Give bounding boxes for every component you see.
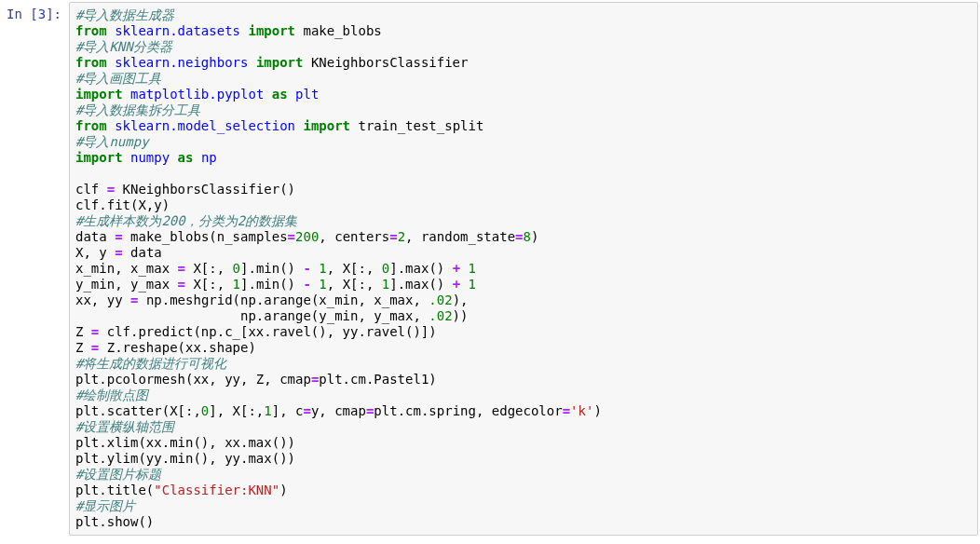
number: 1 xyxy=(382,277,389,292)
code-text: plt.show() xyxy=(75,514,154,529)
string: 'k' xyxy=(570,403,593,418)
code-text: ].max() xyxy=(389,277,452,292)
code-text: Z xyxy=(75,324,91,339)
keyword-import: import xyxy=(248,23,295,38)
code-text: KNeighborsClassifier() xyxy=(115,182,295,197)
number: 8 xyxy=(524,229,531,244)
code-text: np.arange(y_min, y_max, xyxy=(75,308,429,323)
keyword-import: import xyxy=(75,150,123,165)
number: .02 xyxy=(429,292,452,307)
keyword-import: import xyxy=(256,55,304,70)
code-text: x_min, x_max xyxy=(75,261,178,276)
code-text: , X[:, xyxy=(327,261,382,276)
keyword-import: import xyxy=(75,87,123,102)
code-text: clf xyxy=(75,182,107,197)
operator: = xyxy=(563,403,570,418)
operator: + xyxy=(453,261,460,276)
number: 0 xyxy=(382,261,389,276)
operator: = xyxy=(515,229,523,244)
code-cell: In [3]: #导入数据生成器 from sklearn.datasets i… xyxy=(2,2,978,536)
code-text: ].min() xyxy=(240,261,303,276)
code-text: ].min() xyxy=(240,277,303,292)
code-text: plt.title( xyxy=(75,483,154,497)
code-text: X[:, xyxy=(185,261,233,276)
code-text xyxy=(460,261,468,276)
comment: #设置图片标题 xyxy=(75,467,161,482)
code-text: y_min, y_max xyxy=(75,277,178,292)
keyword-from: from xyxy=(75,55,107,70)
operator: = xyxy=(389,229,397,244)
keyword-as: as xyxy=(272,87,288,102)
comment: #设置横纵轴范围 xyxy=(75,419,174,434)
code-text: Z.reshape(xx.shape) xyxy=(99,340,256,355)
code-text: data xyxy=(75,229,115,244)
code-text: Z xyxy=(75,340,91,355)
keyword-from: from xyxy=(75,23,107,38)
alias: np xyxy=(201,150,217,165)
keyword-from: from xyxy=(75,118,107,133)
number: 200 xyxy=(295,229,319,244)
code-text: , X[:, xyxy=(327,277,382,292)
code-text: ), xyxy=(453,292,469,307)
code-text: plt.ylim(yy.min(), yy.max()) xyxy=(75,451,295,466)
code-text: ) xyxy=(531,229,538,244)
code-text: X[:, xyxy=(185,277,233,292)
number: 1 xyxy=(469,277,476,292)
identifier: make_blobs xyxy=(303,23,381,38)
comment: #将生成的数据进行可视化 xyxy=(75,356,226,371)
operator: - xyxy=(303,277,310,292)
number: 2 xyxy=(398,229,405,244)
code-text: plt.pcolormesh(xx, yy, Z, cmap xyxy=(75,372,311,387)
code-text: plt.cm.spring, edgecolor xyxy=(374,403,562,418)
operator: = xyxy=(115,245,122,260)
alias: plt xyxy=(295,87,319,102)
code-text: clf.predict(np.c_[xx.ravel(), yy.ravel()… xyxy=(99,324,436,339)
code-text: , centers xyxy=(319,229,389,244)
comment: #生成样本数为200，分类为2的数据集 xyxy=(75,213,297,228)
code-text: y, cmap xyxy=(311,403,366,418)
code-text: , random_state xyxy=(405,229,515,244)
code-text: X, y xyxy=(75,245,115,260)
keyword-as: as xyxy=(178,150,194,165)
code-text: make_blobs(n_samples xyxy=(123,229,288,244)
number: 1 xyxy=(264,403,271,418)
comment: #导入numpy xyxy=(75,134,149,149)
module: sklearn.model_selection xyxy=(115,118,295,133)
operator: - xyxy=(303,261,310,276)
operator: = xyxy=(288,229,295,244)
number: 1 xyxy=(469,261,476,276)
identifier: train_test_split xyxy=(358,118,483,133)
code-text: np.meshgrid(np.arange(x_min, x_max, xyxy=(138,292,429,307)
comment: #导入KNN分类器 xyxy=(75,39,172,54)
operator: = xyxy=(115,229,122,244)
code-text: plt.scatter(X[:, xyxy=(75,403,201,418)
operator: = xyxy=(107,182,115,197)
module: sklearn.datasets xyxy=(115,23,240,38)
operator: + xyxy=(453,277,460,292)
comment: #导入数据生成器 xyxy=(75,7,174,22)
input-prompt: In [3]: xyxy=(2,2,69,26)
code-input-area[interactable]: #导入数据生成器 from sklearn.datasets import ma… xyxy=(69,2,978,536)
module: matplotlib.pyplot xyxy=(130,87,264,102)
code-text xyxy=(460,277,468,292)
code-text: ) xyxy=(593,403,601,418)
number: 1 xyxy=(319,277,326,292)
module: sklearn.neighbors xyxy=(115,55,248,70)
number: 1 xyxy=(233,277,240,292)
comment: #显示图片 xyxy=(75,498,135,513)
code-text: xx, yy xyxy=(75,292,130,307)
code-text: )) xyxy=(453,308,469,323)
string: "Classifier:KNN" xyxy=(154,483,279,497)
module: numpy xyxy=(130,150,170,165)
code-text: ], c xyxy=(272,403,304,418)
code-text: data xyxy=(123,245,162,260)
identifier: KNeighborsClassifier xyxy=(311,55,469,70)
code-text: plt.cm.Pastel1) xyxy=(319,372,436,387)
comment: #导入画图工具 xyxy=(75,71,161,86)
code-text: clf.fit(X,y) xyxy=(75,197,170,212)
number: 1 xyxy=(319,261,326,276)
keyword-import: import xyxy=(303,118,350,133)
code-text: plt.xlim(xx.min(), xx.max()) xyxy=(75,435,295,450)
operator: = xyxy=(303,403,310,418)
comment: #导入数据集拆分工具 xyxy=(75,102,200,117)
